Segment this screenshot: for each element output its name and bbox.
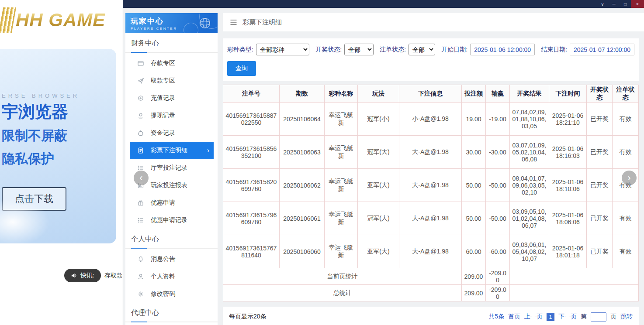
sidebar-item-label: 充值记录: [151, 94, 175, 102]
end-date-label: 结束日期:: [541, 46, 567, 54]
jump-link[interactable]: 跳转: [620, 313, 633, 321]
cell-bet-id: 401569173615856352100: [223, 136, 280, 169]
lottery-type-label: 彩种类型:: [227, 46, 253, 54]
sidebar-item-promo-apply[interactable]: 优惠申请: [130, 194, 214, 212]
bets-table-card: 注单号 期数 彩种名称 玩法 下注信息 投注额 输赢 开奖结果 下注时间 开奖状…: [223, 85, 639, 301]
cell-bet-status: 有效: [613, 235, 639, 268]
section-personal: 个人中心: [125, 229, 218, 249]
section-title-personal: 个人中心: [125, 235, 218, 244]
cell-winloss: -50.00: [486, 169, 510, 202]
news-ticker-pill: 快讯:: [64, 269, 101, 282]
funds-record-icon: [137, 130, 144, 137]
chevron-left-icon: ‹: [139, 173, 142, 183]
logo-text: HH GAME: [16, 10, 105, 31]
page-title: 彩票下注明细: [242, 18, 282, 27]
window-close-button[interactable]: ×: [631, 0, 644, 8]
cell-play: 亚军(大): [358, 169, 399, 202]
col-header: 输赢: [486, 85, 510, 103]
cell-play: 冠军(大): [358, 136, 399, 169]
hamburger-icon[interactable]: [230, 19, 237, 25]
sidebar-item-deposit[interactable]: 存款专区: [130, 55, 214, 72]
window-minimize-button[interactable]: ─: [608, 0, 620, 8]
sidebar-item-label: 个人资料: [151, 273, 175, 281]
section-agent: 代理中心: [125, 303, 218, 322]
pagination-bar: 每页显示20条 共5条 首页 上一页 1 下一页 第 页 跳转: [223, 307, 639, 325]
promo-record-icon: [137, 217, 144, 224]
cell-result: 07,04,02,09,01,08,10,06,03,05: [510, 103, 549, 136]
sidebar-item-change-password[interactable]: 修改密码: [130, 285, 214, 303]
cell-lottery: 幸运飞艇新: [325, 169, 358, 202]
window-menu-button[interactable]: ∨: [597, 0, 608, 8]
cell-winloss: -19.00: [486, 103, 510, 136]
section-title-finance: 财务中心: [125, 39, 218, 48]
query-button[interactable]: 查询: [227, 61, 256, 76]
logo-bars-icon: [0, 7, 16, 33]
bets-table: 注单号 期数 彩种名称 玩法 下注信息 投注额 输赢 开奖结果 下注时间 开奖状…: [223, 85, 639, 301]
col-header: 开奖状态: [587, 85, 613, 103]
cell-amount: 50.00: [462, 202, 486, 235]
bet-detail-icon: [137, 147, 144, 154]
summary-row-page: 当前页统计 209.00 -209.00: [223, 268, 639, 285]
table-row: 401569173615887022550 20250106064 幸运飞艇新 …: [223, 103, 639, 136]
prev-page-link[interactable]: 上一页: [524, 313, 543, 321]
next-page-link[interactable]: 下一页: [558, 313, 577, 321]
summary-winloss-total: -209.00: [486, 285, 510, 301]
lottery-type-select[interactable]: 全部彩种: [256, 44, 309, 55]
cell-bet-id: 401569173615796609780: [223, 202, 280, 235]
cell-play: 亚军(大): [358, 235, 399, 268]
sidebar-item-funds-record[interactable]: 资金记录: [130, 124, 214, 142]
cell-draw-status: 已开奖: [587, 136, 613, 169]
current-page-badge[interactable]: 1: [547, 313, 554, 321]
cell-result: 09,03,06,01,05,04,08,02,10,07: [510, 235, 549, 268]
promo-kicker: ERSE BROWSER: [2, 92, 116, 99]
carousel-prev-button[interactable]: ‹: [134, 171, 149, 185]
cell-bet-info: 大-A盘@1.98: [399, 202, 462, 235]
cell-bet-time: 2025-01-06 18:16:03: [549, 136, 587, 169]
cell-amount: 30.00: [462, 136, 486, 169]
table-row: 401569173615796609780 20250106061 幸运飞艇新 …: [223, 202, 639, 235]
summary-bet-total: 209.00: [462, 268, 486, 285]
chevron-right-icon: ›: [207, 147, 209, 154]
sidebar: 玩家中心 PLAYERS CENTER 财务中心 存款专区 取款专区 充值记录 …: [125, 13, 218, 325]
carousel-next-button[interactable]: ›: [622, 171, 637, 185]
sidebar-item-bet-detail[interactable]: 彩票下注明细 ›: [130, 142, 214, 159]
cell-lottery: 幸运飞艇新: [325, 103, 358, 136]
col-header: 彩种名称: [325, 85, 358, 103]
start-date-input[interactable]: [470, 44, 535, 55]
col-header: 注单状态: [613, 85, 639, 103]
end-date-input[interactable]: [570, 44, 634, 55]
promo-headline-1: 宇浏览器: [2, 103, 116, 122]
cell-bet-time: 2025-01-06 18:01:18: [549, 235, 587, 268]
page-jump-input[interactable]: [591, 312, 606, 322]
bet-status-label: 注单状态:: [380, 46, 406, 54]
sidebar-item-label: 资金记录: [151, 129, 175, 137]
section-divider: [125, 52, 218, 53]
recharge-record-icon: [137, 95, 144, 102]
summary-label: 总统计: [223, 285, 462, 301]
draw-status-select[interactable]: 全部: [344, 44, 374, 55]
table-row: 401569173615767811640 20250106060 幸运飞艇新 …: [223, 235, 639, 268]
jump-suffix-label: 页: [610, 313, 616, 321]
cell-bet-time: 2025-01-06 18:21:10: [549, 103, 587, 136]
chevron-right-icon: ›: [627, 173, 630, 183]
cell-bet-status: 有效: [613, 202, 639, 235]
deposit-icon: [137, 60, 144, 67]
cell-draw-status: 已开奖: [587, 103, 613, 136]
first-page-link[interactable]: 首页: [508, 313, 520, 321]
sidebar-item-promo-record[interactable]: 优惠申请记录: [130, 212, 214, 229]
sidebar-item-cashout-record[interactable]: 提现记录: [130, 107, 214, 124]
jump-prefix-label: 第: [581, 313, 587, 321]
sidebar-item-profile[interactable]: 个人资料: [130, 268, 214, 285]
cell-result: 08,04,01,07,09,06,03,05,02,10: [510, 169, 549, 202]
sidebar-item-messages[interactable]: 消息公告: [130, 250, 214, 268]
speaker-icon: [71, 272, 77, 279]
total-count-text: 共5条: [488, 313, 504, 321]
content-body: 彩种类型: 全部彩种 开奖状态: 全部 注单状态: 全部 开始日期: 结束日期:…: [223, 31, 644, 325]
window-maximize-button[interactable]: □: [620, 0, 631, 8]
cell-bet-time: 2025-01-06 18:06:06: [549, 202, 587, 235]
bet-status-select[interactable]: 全部: [409, 44, 435, 55]
sidebar-item-recharge-record[interactable]: 充值记录: [130, 89, 214, 107]
ticker-label: 快讯:: [80, 272, 94, 280]
per-page-text: 每页显示20条: [229, 313, 267, 321]
sidebar-item-withdraw[interactable]: 取款专区: [130, 72, 214, 89]
